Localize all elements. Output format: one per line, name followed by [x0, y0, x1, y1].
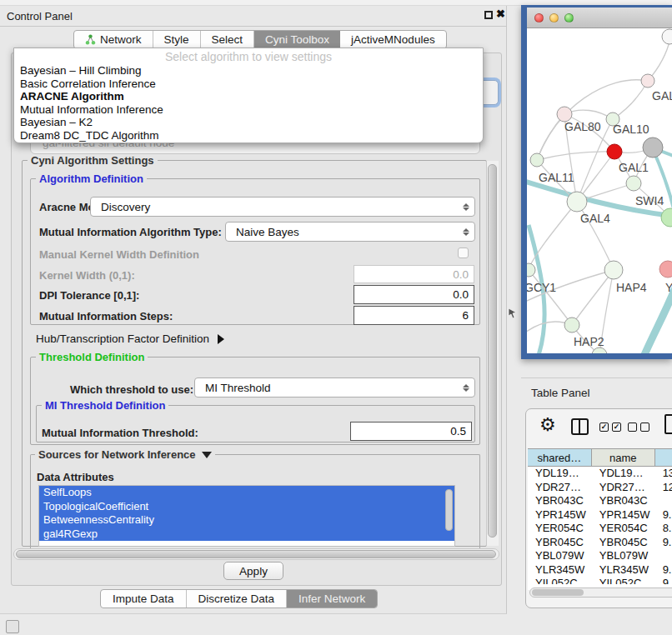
network-node-gal4[interactable]	[567, 192, 587, 212]
collapse-arrow-icon[interactable]	[202, 452, 212, 458]
select-all-columns-icon[interactable]: ✓✓	[599, 422, 621, 432]
attribute-item[interactable]: SelfLoops	[39, 486, 454, 500]
table-row[interactable]: YPR145WYPR145W9.	[528, 508, 672, 522]
algorithm-dropdown-placeholder: Select algorithm to view settings	[14, 50, 483, 64]
panel-resize-handle[interactable]	[6, 620, 19, 633]
sources-group-title-row[interactable]: Sources for Network Inference	[35, 448, 215, 461]
close-traffic-light-icon[interactable]	[534, 13, 544, 22]
table-horizontal-scrollbar[interactable]	[529, 588, 672, 598]
table-cell: 13	[655, 467, 672, 481]
node-label: GAL4	[580, 212, 610, 225]
gear-icon[interactable]: ⚙	[539, 416, 556, 434]
kernel-width-field[interactable]: 0.0	[354, 265, 474, 283]
table-row[interactable]: YBR045CYBR045C9.	[528, 536, 672, 550]
mi-type-combo[interactable]: Naive Bayes	[225, 222, 475, 242]
dpi-tolerance-field[interactable]: 0.0	[354, 285, 474, 304]
network-edge[interactable]	[537, 152, 614, 160]
table-cell: 8.	[655, 522, 672, 536]
mi-steps-label: Mutual Information Steps:	[39, 310, 173, 322]
column-header[interactable]	[655, 449, 672, 466]
network-view-window[interactable]: GALGAL80GAL10GAL1GAL11GAL4SWI4GCY1HAP4YH…	[521, 5, 672, 359]
export-table-icon[interactable]	[664, 414, 672, 434]
algorithm-option[interactable]: ARACNE Algorithm	[14, 90, 483, 103]
network-node[interactable]	[643, 138, 663, 158]
network-node-swi4[interactable]	[661, 208, 672, 227]
network-node-gal[interactable]	[641, 74, 654, 88]
network-node-gal11[interactable]	[530, 153, 544, 167]
network-node-hap2[interactable]	[564, 318, 579, 332]
column-header[interactable]: shared…	[528, 449, 592, 466]
network-window-titlebar[interactable]	[527, 8, 672, 28]
table-horizontal-scrollbar-thumb[interactable]	[532, 589, 584, 596]
manual-kernel-checkbox[interactable]	[458, 248, 469, 258]
network-node-gcy1[interactable]	[527, 263, 535, 277]
table-row[interactable]: YIL052CYIL052C9.	[528, 577, 672, 584]
node-label: GAL	[652, 89, 672, 102]
table-cell	[655, 549, 672, 563]
table-cell: YDR27…	[528, 481, 592, 495]
algorithm-option[interactable]: Basic Correlation Inference	[14, 78, 483, 91]
table-row[interactable]: YLR345WYLR345W9.	[528, 563, 672, 578]
algorithm-option[interactable]: Bayesian – K2	[14, 116, 483, 129]
split-columns-icon[interactable]	[571, 418, 589, 435]
minimize-traffic-light-icon[interactable]	[549, 13, 559, 22]
data-attributes-list[interactable]: SelfLoopsTopologicalCoefficientBetweenne…	[38, 485, 455, 547]
network-edge[interactable]	[613, 81, 648, 119]
attribute-item[interactable]: gal4RGexp	[39, 528, 454, 542]
settings-vertical-scrollbar-thumb[interactable]	[488, 164, 497, 538]
tab-select[interactable]: Select	[201, 31, 255, 48]
network-node[interactable]	[662, 29, 672, 44]
table-cell	[655, 494, 672, 508]
apply-button[interactable]: Apply	[223, 562, 283, 580]
bottom-tab-discretize-data[interactable]: Discretize Data	[187, 590, 288, 608]
network-node-hap4[interactable]	[604, 261, 623, 279]
network-edge[interactable]	[537, 114, 564, 160]
hub-definition-row[interactable]: Hub/Transcription Factor Definition	[36, 332, 224, 345]
mi-steps-field[interactable]: 6	[354, 306, 474, 325]
expand-arrow-icon[interactable]	[218, 334, 224, 344]
bottom-tab-impute-data[interactable]: Impute Data	[101, 590, 187, 608]
table-row[interactable]: YER054CYER054C8.	[528, 522, 672, 536]
table-panel-title: Table Panel	[531, 387, 590, 399]
aracne-mode-combo[interactable]: Discovery	[90, 197, 475, 217]
network-edge[interactable]	[648, 38, 670, 81]
attribute-item[interactable]: TopologicalCoefficient	[39, 500, 454, 514]
hub-definition-label: Hub/Transcription Factor Definition	[36, 332, 209, 345]
network-node-gal1[interactable]	[626, 176, 641, 191]
table-cell: YLR345W	[528, 563, 592, 578]
tab-cyni-toolbox[interactable]: Cyni Toolbox	[254, 31, 340, 48]
mi-threshold-field[interactable]: 0.5	[350, 422, 472, 441]
network-node-y[interactable]	[659, 261, 672, 278]
manual-kernel-label: Manual Kernel Width Definition	[39, 248, 199, 261]
deselect-all-columns-icon[interactable]	[628, 422, 649, 432]
algorithm-option[interactable]: Mutual Information Inference	[14, 103, 483, 117]
table-cell: YIL052C	[528, 577, 592, 584]
network-node[interactable]	[607, 144, 622, 159]
tab-network[interactable]: Network	[74, 31, 153, 48]
bottom-tab-infer-network[interactable]: Infer Network	[287, 590, 377, 608]
attributes-list-scrollbar[interactable]	[445, 489, 453, 531]
control-panel-titlebar	[0, 6, 507, 27]
tab-style[interactable]: Style	[153, 31, 201, 48]
network-edge[interactable]	[572, 270, 614, 325]
mi-threshold-group-title: MI Threshold Definition	[42, 399, 168, 412]
tab-jactivemnodules[interactable]: jActiveMNodules	[340, 31, 446, 48]
attribute-item[interactable]: BetweennessCentrality	[39, 513, 454, 528]
network-node[interactable]	[592, 348, 607, 353]
table-row[interactable]: YBL079WYBL079W	[528, 549, 672, 563]
settings-horizontal-scrollbar-thumb[interactable]	[16, 550, 496, 558]
close-icon[interactable]: ✖	[496, 8, 505, 20]
mouse-cursor-icon	[508, 308, 518, 320]
network-canvas[interactable]: GALGAL80GAL10GAL1GAL11GAL4SWI4GCY1HAP4YH…	[527, 28, 672, 353]
which-threshold-combo[interactable]: MI Threshold	[194, 378, 475, 398]
mi-threshold-label: Mutual Information Threshold:	[42, 427, 198, 439]
algorithm-option[interactable]: Bayesian – Hill Climbing	[14, 64, 483, 78]
tab-label: Select	[212, 33, 243, 46]
column-header[interactable]: name	[592, 449, 655, 466]
algorithm-option[interactable]: Dream8 DC_TDC Algorithm	[14, 129, 483, 142]
zoom-traffic-light-icon[interactable]	[564, 13, 574, 22]
table-row[interactable]: YBR043CYBR043C	[528, 494, 672, 508]
float-window-icon[interactable]	[484, 11, 493, 19]
table-row[interactable]: YDL19…YDL19…13	[528, 467, 672, 481]
table-row[interactable]: YDR27…YDR27…12	[528, 481, 672, 495]
